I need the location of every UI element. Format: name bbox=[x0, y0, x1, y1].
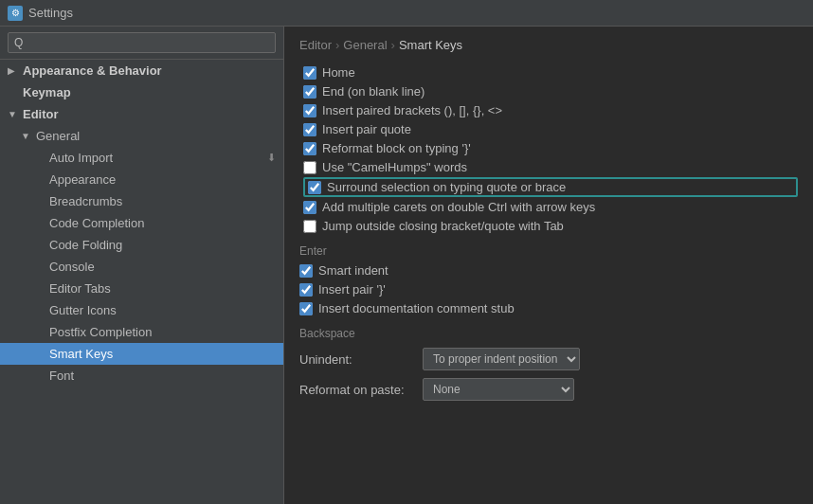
checkbox-pair-quote[interactable] bbox=[303, 123, 316, 136]
checkbox-item-surround-selection: Surround selection on typing quote or br… bbox=[303, 177, 798, 197]
sidebar-label-auto-import: Auto Import bbox=[49, 151, 113, 165]
breadcrumb-general: General bbox=[343, 38, 387, 52]
checkbox-jump-outside[interactable] bbox=[303, 220, 316, 233]
sidebar-item-gutter-icons[interactable]: Gutter Icons bbox=[0, 299, 283, 321]
main-layout: ▶Appearance & BehaviorKeymap▼Editor▼Gene… bbox=[0, 27, 813, 504]
sidebar-label-code-folding: Code Folding bbox=[49, 238, 122, 252]
search-input[interactable] bbox=[8, 32, 276, 53]
window-title: Settings bbox=[28, 6, 73, 20]
sidebar-item-auto-import[interactable]: Auto Import⬇ bbox=[0, 147, 283, 169]
checkbox-item-reformat-block: Reformat block on typing '}' bbox=[303, 139, 798, 157]
checkbox-item-jump-outside: Jump outside closing bracket/quote with … bbox=[303, 217, 798, 235]
enter-checkbox-label-insert-pair-brace: Insert pair '}' bbox=[318, 282, 386, 297]
arrow-icon-general: ▼ bbox=[21, 131, 34, 141]
sidebar-label-console: Console bbox=[49, 260, 95, 274]
reformat-label: Reformat on paste: bbox=[299, 383, 423, 397]
checkbox-item-home: Home bbox=[303, 63, 798, 81]
arrow-icon-editor: ▼ bbox=[8, 109, 21, 119]
sidebar-label-font: Font bbox=[49, 369, 74, 383]
checkbox-label-reformat-block: Reformat block on typing '}' bbox=[322, 141, 471, 155]
sidebar-label-keymap: Keymap bbox=[23, 85, 71, 99]
checkbox-reformat-block[interactable] bbox=[303, 142, 316, 155]
sidebar-item-font[interactable]: Font bbox=[0, 365, 283, 387]
checkbox-multiple-carets[interactable] bbox=[303, 201, 316, 214]
enter-section-header: Enter bbox=[299, 244, 798, 258]
checkbox-label-end-blank: End (on blank line) bbox=[322, 84, 425, 99]
checkbox-label-pair-quote: Insert pair quote bbox=[322, 122, 411, 136]
enter-checkboxes: Smart indentInsert pair '}'Insert docume… bbox=[299, 261, 798, 317]
breadcrumb-sep-2: › bbox=[391, 38, 395, 52]
settings-icon: ⚙ bbox=[8, 6, 23, 21]
sidebar-item-postfix-completion[interactable]: Postfix Completion bbox=[0, 321, 283, 343]
sidebar-label-appearance: Appearance bbox=[49, 172, 116, 187]
breadcrumb-sep-1: › bbox=[335, 38, 339, 52]
checkbox-item-paired-brackets: Insert paired brackets (), [], {}, <> bbox=[303, 101, 798, 119]
sidebar-label-editor-tabs: Editor Tabs bbox=[49, 281, 111, 296]
checkbox-paired-brackets[interactable] bbox=[303, 104, 316, 117]
sidebar-item-general[interactable]: ▼General bbox=[0, 125, 283, 147]
sidebar-item-appearance[interactable]: Appearance bbox=[0, 169, 283, 190]
sidebar-label-appearance-behavior: Appearance & Behavior bbox=[23, 63, 162, 78]
breadcrumb: Editor › General › Smart Keys bbox=[299, 38, 798, 52]
enter-checkbox-doc-comment[interactable] bbox=[299, 302, 313, 315]
checkbox-label-camel-humps: Use "CamelHumps" words bbox=[322, 160, 467, 174]
enter-checkbox-label-smart-indent: Smart indent bbox=[318, 263, 388, 278]
unindent-label: Unindent: bbox=[299, 352, 423, 367]
enter-checkbox-item-insert-pair-brace: Insert pair '}' bbox=[299, 280, 798, 298]
breadcrumb-editor: Editor bbox=[299, 38, 332, 52]
checkbox-surround-selection[interactable] bbox=[308, 181, 321, 194]
sidebar-item-code-completion[interactable]: Code Completion bbox=[0, 212, 283, 234]
checkbox-camel-humps[interactable] bbox=[303, 161, 316, 174]
content-area: Editor › General › Smart Keys HomeEnd (o… bbox=[284, 27, 813, 504]
sidebar-item-code-folding[interactable]: Code Folding bbox=[0, 234, 283, 256]
sidebar-label-postfix-completion: Postfix Completion bbox=[49, 325, 152, 339]
checkbox-item-camel-humps: Use "CamelHumps" words bbox=[303, 158, 798, 176]
sidebar-item-keymap[interactable]: Keymap bbox=[0, 81, 283, 103]
checkbox-label-paired-brackets: Insert paired brackets (), [], {}, <> bbox=[322, 103, 502, 117]
sidebar-item-breadcrumbs[interactable]: Breadcrumbs bbox=[0, 190, 283, 212]
checkbox-label-surround-selection: Surround selection on typing quote or br… bbox=[327, 180, 566, 194]
sidebar-label-breadcrumbs: Breadcrumbs bbox=[49, 194, 122, 208]
title-bar: ⚙ Settings bbox=[0, 0, 813, 27]
checkbox-label-multiple-carets: Add multiple carets on double Ctrl with … bbox=[322, 200, 595, 214]
sidebar-item-smart-keys[interactable]: Smart Keys bbox=[0, 343, 283, 365]
checkbox-label-jump-outside: Jump outside closing bracket/quote with … bbox=[322, 219, 564, 233]
sidebar-label-smart-keys: Smart Keys bbox=[49, 347, 113, 361]
unindent-row: Unindent: To proper indent positionNoneS… bbox=[299, 348, 798, 370]
checkbox-item-multiple-carets: Add multiple carets on double Ctrl with … bbox=[303, 198, 798, 216]
sidebar-item-appearance-behavior[interactable]: ▶Appearance & Behavior bbox=[0, 60, 283, 81]
sidebar-item-editor-tabs[interactable]: Editor Tabs bbox=[0, 278, 283, 299]
sidebar-label-code-completion: Code Completion bbox=[49, 216, 144, 230]
sidebar-label-editor: Editor bbox=[23, 107, 59, 121]
backspace-section-header: Backspace bbox=[299, 327, 798, 340]
checkbox-item-pair-quote: Insert pair quote bbox=[303, 120, 798, 138]
sidebar-item-editor[interactable]: ▼Editor bbox=[0, 103, 283, 125]
unindent-select[interactable]: To proper indent positionNoneSimpleSmart bbox=[423, 348, 580, 370]
sidebar-tree: ▶Appearance & BehaviorKeymap▼Editor▼Gene… bbox=[0, 60, 283, 387]
checkbox-end-blank[interactable] bbox=[303, 85, 316, 99]
sidebar-label-general: General bbox=[36, 129, 80, 143]
search-box bbox=[0, 27, 283, 60]
arrow-icon-appearance-behavior: ▶ bbox=[8, 65, 21, 76]
enter-checkbox-smart-indent[interactable] bbox=[299, 264, 313, 278]
enter-checkbox-item-smart-indent: Smart indent bbox=[299, 261, 798, 279]
breadcrumb-smart-keys: Smart Keys bbox=[399, 38, 462, 52]
checkbox-label-home: Home bbox=[322, 65, 355, 80]
enter-checkbox-item-doc-comment: Insert documentation comment stub bbox=[299, 299, 798, 317]
checkbox-item-end-blank: End (on blank line) bbox=[303, 82, 798, 100]
enter-checkbox-insert-pair-brace[interactable] bbox=[299, 283, 313, 297]
backspace-section: Backspace Unindent: To proper indent pos… bbox=[299, 327, 798, 401]
checkbox-home[interactable] bbox=[303, 66, 316, 80]
enter-checkbox-label-doc-comment: Insert documentation comment stub bbox=[318, 301, 515, 315]
enter-section: Enter Smart indentInsert pair '}'Insert … bbox=[299, 244, 798, 317]
reformat-select[interactable]: NoneReformat blockReformat each line bbox=[423, 378, 574, 401]
reformat-row: Reformat on paste: NoneReformat blockRef… bbox=[299, 378, 798, 401]
sidebar: ▶Appearance & BehaviorKeymap▼Editor▼Gene… bbox=[0, 27, 284, 504]
sidebar-label-gutter-icons: Gutter Icons bbox=[49, 303, 117, 317]
main-checkboxes: HomeEnd (on blank line)Insert paired bra… bbox=[299, 63, 798, 235]
sidebar-item-console[interactable]: Console bbox=[0, 256, 283, 278]
action-icon-auto-import: ⬇ bbox=[267, 152, 276, 164]
